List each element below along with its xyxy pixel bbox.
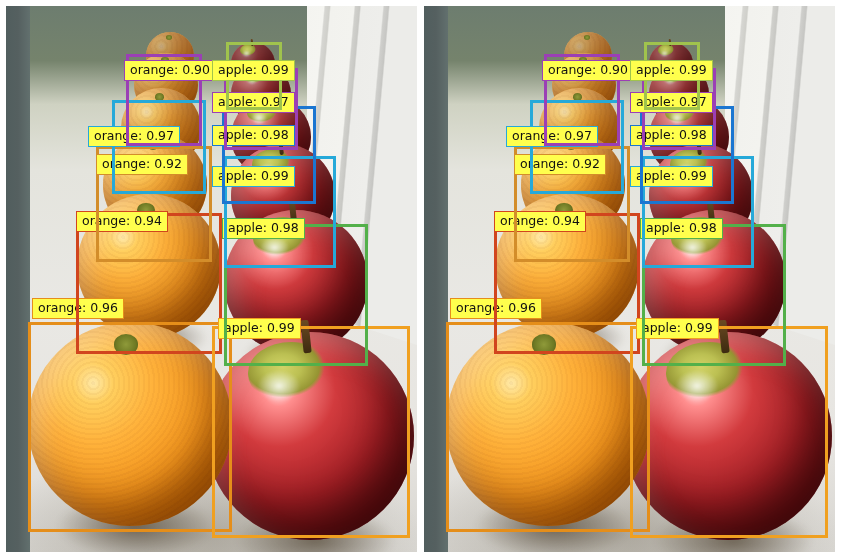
detection-panel-right: orange: 0.96orange: 0.94orange: 0.92oran… [424, 6, 835, 552]
detection-panel-left: orange: 0.96orange: 0.94orange: 0.92oran… [6, 6, 417, 552]
detection-overlay: orange: 0.96orange: 0.94orange: 0.92oran… [424, 6, 835, 552]
bbox-label: orange: 0.90 [542, 60, 634, 81]
bbox-label: orange: 0.90 [124, 60, 216, 81]
bbox-label: apple: 0.99 [212, 60, 295, 81]
detection-overlay: orange: 0.96orange: 0.94orange: 0.92oran… [6, 6, 417, 552]
bbox-label: apple: 0.99 [630, 60, 713, 81]
